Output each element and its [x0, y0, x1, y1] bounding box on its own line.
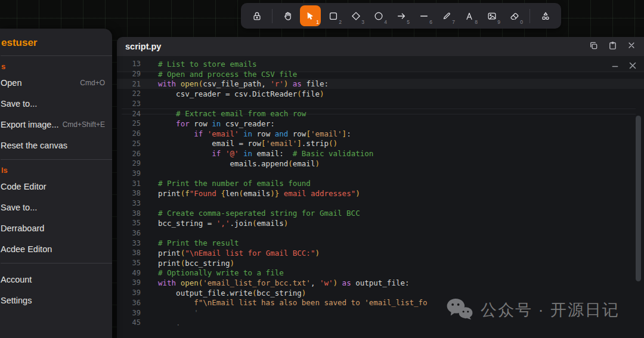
code-line: 35bcc_string = ','.join(emails): [117, 218, 644, 228]
close-icon[interactable]: [627, 41, 636, 52]
menu-item-reset-canvas[interactable]: Reset the canvas: [1, 135, 112, 156]
image-key: 9: [497, 19, 500, 25]
menu-item-account[interactable]: Account: [1, 269, 112, 290]
menu-item-label: Export image...: [1, 120, 59, 129]
username-label: estuser: [1, 36, 112, 55]
hand-tool[interactable]: [277, 5, 298, 26]
ellipse-tool[interactable]: 4: [368, 5, 389, 26]
ellipse-key: 4: [384, 19, 387, 25]
text-tool[interactable]: 8: [459, 5, 479, 26]
code-line: 33: [117, 199, 644, 209]
code-text: # Open and process the CSV file: [158, 70, 297, 79]
code-text: emails.append(email): [158, 159, 320, 168]
menu-shortcut: Cmd+O: [80, 79, 105, 87]
line-number: 39: [117, 309, 141, 317]
editor-scrollbar[interactable]: [636, 116, 641, 281]
menu-item-settings[interactable]: Settings: [1, 290, 112, 311]
line-tool[interactable]: 6: [413, 5, 434, 26]
menu-item-label: Open: [1, 78, 21, 88]
menu-item-label: Save to...: [1, 203, 37, 212]
line-number: 38: [117, 209, 141, 218]
draw-tool[interactable]: 7: [436, 5, 457, 26]
code-text: csv_reader = csv.DictReader(file): [158, 89, 324, 98]
lock-icon[interactable]: [246, 5, 267, 26]
diamond-tool[interactable]: 3: [345, 5, 366, 26]
code-text: print("\nEmail list for Gmail BCC:"): [158, 249, 320, 258]
line-number: 39: [117, 278, 141, 287]
menu-shortcut: Cmd+Shift+E: [63, 120, 105, 129]
line-number: 39: [117, 169, 141, 178]
code-line: 35print(bcc_string): [117, 258, 644, 268]
code-line: 13# List to store emails: [117, 59, 644, 69]
line-number: 35: [117, 259, 141, 267]
code-line: 49# Optionally write to a file: [117, 268, 644, 278]
code-text: # Print the number of emails found: [158, 179, 311, 188]
code-text: # Create comma-seperated string for Gmai…: [158, 209, 360, 218]
code-line: 26 if 'email' in row and row['email']:: [117, 129, 644, 139]
menu-item-save-to-2[interactable]: Save to...: [1, 197, 112, 218]
line-number: 35: [117, 219, 141, 227]
line-number: 38: [117, 189, 141, 197]
code-line: 29 emails.append(email): [117, 159, 644, 169]
draw-key: 7: [452, 19, 455, 25]
minimize-icon[interactable]: [611, 61, 619, 72]
code-text: # Extract email from each row: [158, 109, 306, 118]
arrow-tool[interactable]: 5: [391, 5, 411, 26]
line-number: 38: [117, 249, 141, 257]
watermark: 公众号 · 开源日记: [446, 297, 620, 323]
line-number: 22: [117, 89, 141, 98]
line-number: 31: [117, 179, 141, 188]
menu-item-label: Account: [1, 275, 32, 284]
line-number: 25: [117, 139, 141, 148]
code-line: 24 # Extract email from each row: [117, 108, 644, 119]
menu-item-code-editor[interactable]: Code Editor: [1, 176, 112, 197]
menu-section-label: ls: [1, 160, 112, 176]
eraser-tool[interactable]: 0: [504, 5, 525, 26]
code-line: 36: [117, 228, 644, 238]
menu-item-label: Reset the canvas: [1, 141, 67, 150]
code-line: 25 for row in csv_reader:: [117, 119, 644, 129]
code-line: 38print(f"Found {len(emails)} email addr…: [117, 188, 644, 199]
shapes-icon[interactable]: [535, 5, 556, 26]
code-editor-window: script.py 13# List to store emails29# O: [117, 37, 644, 338]
close-icon[interactable]: [628, 61, 637, 72]
watermark-text: 公众号 · 开源日记: [481, 299, 620, 321]
menu-item-acdee-editon[interactable]: Acdee Editon: [1, 238, 112, 259]
line-key: 6: [429, 19, 432, 25]
diamond-key: 3: [361, 19, 364, 25]
code-text: if '@' in email: # Basic validation: [158, 149, 373, 158]
clipboard-icon[interactable]: [608, 41, 617, 52]
rectangle-tool[interactable]: 2: [323, 5, 343, 26]
copy-icon[interactable]: [589, 41, 598, 52]
selection-tool[interactable]: 1: [300, 5, 321, 26]
code-line: 39with open('email_list_for_bcc.txt', 'w…: [117, 278, 644, 288]
line-number: 45: [117, 318, 141, 327]
menu-item-export-image[interactable]: Export image... Cmd+Shift+E: [1, 114, 112, 135]
code-editor-area[interactable]: 13# List to store emails29# Open and pro…: [117, 56, 644, 338]
menu-section-label: s: [1, 56, 112, 72]
rectangle-key: 2: [339, 19, 342, 25]
line-number: 26: [117, 129, 141, 138]
code-line: 39 output_file.write(bcc_string): [117, 288, 644, 298]
line-number: 24: [117, 110, 141, 118]
menu-item-open[interactable]: Open Cmd+O: [1, 72, 112, 93]
menu-item-label: Code Editor: [1, 182, 47, 191]
line-number: 29: [117, 159, 141, 168]
code-line: 21with open(csv_file_path, 'r') as file:: [117, 79, 644, 89]
menu-item-label: Save to...: [1, 99, 37, 108]
line-number: 26: [117, 150, 141, 158]
line-number: 33: [117, 239, 141, 247]
image-tool[interactable]: 9: [481, 5, 502, 26]
line-number: 36: [117, 229, 141, 237]
line-number: 49: [117, 269, 141, 277]
code-line: 39: [117, 169, 644, 179]
code-text: with open('email_list_for_bcc.txt', 'w')…: [158, 278, 410, 287]
menu-item-save-to[interactable]: Save to...: [1, 93, 112, 114]
line-number: 21: [117, 80, 141, 88]
window-titlebar[interactable]: script.py: [117, 37, 644, 56]
menu-item-derraboard[interactable]: Derraboard: [1, 218, 112, 238]
menu-item-label: Derraboard: [1, 224, 44, 233]
text-key: 8: [475, 19, 478, 25]
code-line: 33# Print the result: [117, 238, 644, 248]
line-number: 13: [117, 60, 141, 68]
